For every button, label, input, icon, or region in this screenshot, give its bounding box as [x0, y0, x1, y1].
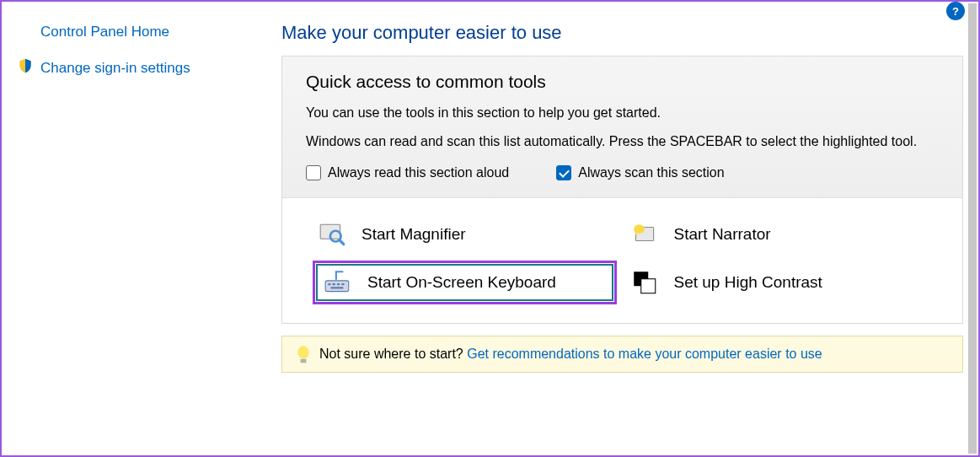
- read-aloud-label: Always read this section aloud: [328, 165, 509, 180]
- change-signin-settings-link[interactable]: Change sign-in settings: [17, 57, 263, 78]
- recommendations-prompt: Not sure where to start?: [319, 347, 467, 361]
- main-content: Make your computer easier to use Quick a…: [280, 2, 978, 455]
- read-aloud-checkbox[interactable]: [306, 165, 321, 180]
- narrator-label: Start Narrator: [674, 225, 771, 244]
- scan-section-checkbox[interactable]: [556, 165, 571, 180]
- read-aloud-checkbox-row[interactable]: Always read this section aloud: [306, 165, 509, 180]
- help-button[interactable]: ?: [946, 2, 965, 20]
- magnifier-tool[interactable]: Start Magnifier: [313, 217, 617, 252]
- magnifier-label: Start Magnifier: [361, 225, 466, 244]
- scrollbar[interactable]: [968, 3, 977, 454]
- on-screen-keyboard-label: Start On-Screen Keyboard: [367, 273, 556, 292]
- shield-icon: [17, 57, 34, 78]
- recommendations-text: Not sure where to start? Get recommendat…: [319, 347, 822, 362]
- sidebar-signin-label: Change sign-in settings: [40, 60, 190, 77]
- recommendations-bar: Not sure where to start? Get recommendat…: [281, 336, 963, 373]
- tools-grid: Start Magnifier Start Narrator Start On-…: [282, 198, 962, 323]
- svg-rect-12: [640, 279, 655, 293]
- quick-access-desc2: Windows can read and scan this list auto…: [306, 131, 939, 153]
- svg-rect-9: [341, 283, 344, 285]
- magnifier-icon: [318, 220, 346, 249]
- recommendations-link[interactable]: Get recommendations to make your compute…: [467, 347, 822, 361]
- svg-rect-5: [325, 281, 349, 292]
- svg-point-13: [297, 346, 309, 359]
- quick-access-panel: Quick access to common tools You can use…: [281, 56, 963, 324]
- lightbulb-icon: [296, 345, 311, 363]
- sidebar: Control Panel Home Change sign-in settin…: [2, 2, 280, 455]
- scrollbar-thumb[interactable]: [968, 3, 977, 454]
- scan-section-checkbox-row[interactable]: Always scan this section: [556, 165, 724, 180]
- quick-access-header: Quick access to common tools You can use…: [282, 56, 962, 198]
- narrator-icon: [630, 220, 659, 249]
- keyboard-icon: [324, 268, 352, 297]
- high-contrast-icon: [630, 268, 659, 297]
- svg-rect-14: [301, 359, 307, 363]
- quick-access-desc1: You can use the tools in this section to…: [306, 102, 939, 124]
- page-title: Make your computer easier to use: [281, 22, 963, 44]
- on-screen-keyboard-tool[interactable]: Start On-Screen Keyboard: [313, 261, 617, 304]
- narrator-tool[interactable]: Start Narrator: [625, 217, 929, 252]
- sidebar-home-label: Control Panel Home: [40, 24, 169, 40]
- scan-section-label: Always scan this section: [578, 165, 724, 180]
- svg-rect-7: [333, 283, 335, 285]
- svg-line-2: [340, 240, 344, 245]
- svg-rect-10: [331, 288, 344, 289]
- quick-access-heading: Quick access to common tools: [306, 72, 939, 92]
- control-panel-home-link[interactable]: Control Panel Home: [17, 24, 263, 40]
- svg-rect-8: [337, 283, 340, 285]
- svg-rect-6: [328, 283, 330, 285]
- high-contrast-label: Set up High Contrast: [674, 273, 822, 292]
- high-contrast-tool[interactable]: Set up High Contrast: [625, 261, 929, 304]
